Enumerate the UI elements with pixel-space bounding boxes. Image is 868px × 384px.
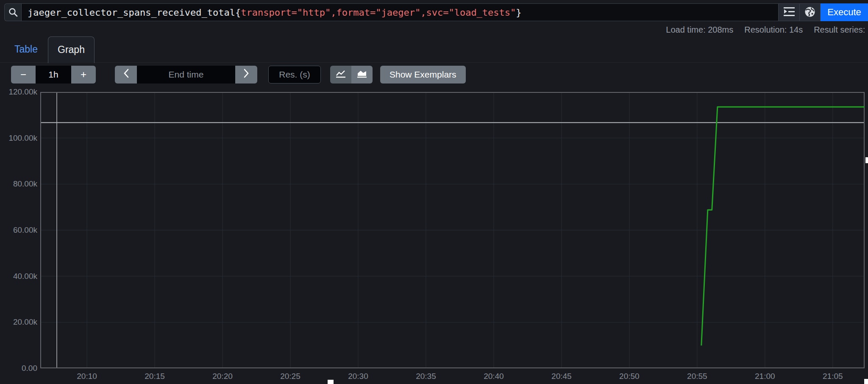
load-time-stat: Load time: 208ms [666,25,733,35]
x-axis-label: 20:30 [339,372,377,381]
cursor-artifact [328,380,334,384]
x-axis-label: 21:05 [814,372,852,381]
globe-icon [804,6,815,19]
x-axis-label: 20:20 [203,372,242,381]
query-stats: Load time: 208ms Resolution: 14s Result … [666,25,868,35]
cursor-artifact [864,379,868,384]
query-brace-open: { [235,7,241,18]
execute-button[interactable]: Execute [821,3,868,21]
query-label-matchers: transport="http",format="jaeger",svc="lo… [241,7,516,18]
query-brace-close: } [516,7,521,18]
x-axis-label: 20:45 [542,372,581,381]
y-axis-label: 60.00k [0,226,37,234]
tab-table[interactable]: Table [13,36,39,63]
metrics-explorer-icon [784,7,795,18]
y-axis-label: 100.00k [0,134,37,142]
chart-plot[interactable] [40,92,865,368]
query-history-button[interactable] [799,4,820,21]
x-axis-label: 20:25 [271,372,309,381]
graph-panel: 120.00k100.00k80.00k60.00k40.00k20.00k0.… [0,68,868,384]
search-icon [4,3,21,21]
x-axis-label: 21:00 [746,372,784,381]
query-metric: jaeger_collector_spans_received_total [28,7,235,18]
chart-canvas [40,92,865,368]
x-axis-label: 20:50 [610,372,648,381]
prometheus-expression-browser: { "query_bar": { "metric": "jaeger_colle… [0,0,868,384]
x-axis-label: 20:15 [136,372,174,381]
y-axis-label: 120.00k [0,88,37,96]
y-axis-label: 0.00 [0,364,37,373]
result-series-stat: Result series: 1 [814,25,868,35]
x-axis-label: 20:55 [678,372,716,381]
x-axis-label: 20:40 [475,372,513,381]
resolution-stat: Resolution: 14s [744,25,803,35]
x-axis-label: 20:35 [407,372,445,381]
tab-bar: Table Graph [0,36,868,63]
cursor-artifact [865,157,868,163]
query-input[interactable]: jaeger_collector_spans_received_total{tr… [21,3,779,21]
tab-graph[interactable]: Graph [48,36,95,63]
y-axis-label: 80.00k [0,180,37,188]
x-axis-label: 20:10 [68,372,106,381]
query-bar: jaeger_collector_spans_received_total{tr… [4,3,868,21]
metrics-explorer-button[interactable] [779,4,799,21]
query-icon-buttons [779,3,821,21]
y-axis-label: 40.00k [0,272,37,281]
series-line [701,107,865,345]
y-axis-label: 20.00k [0,318,37,326]
